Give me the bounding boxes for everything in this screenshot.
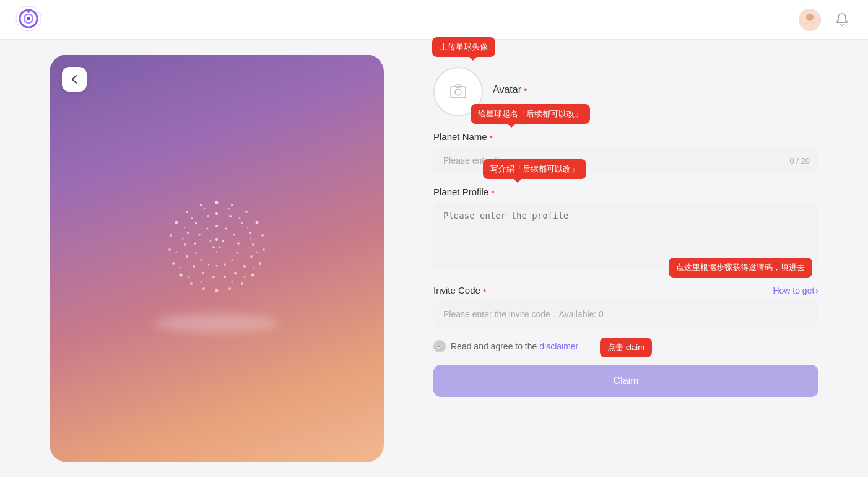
svg-point-81: [232, 281, 233, 283]
svg-point-22: [180, 274, 183, 277]
claim-button-wrapper: 点击 claim Claim: [433, 365, 818, 397]
svg-rect-84: [456, 85, 461, 87]
svg-point-51: [232, 260, 233, 261]
svg-point-10: [231, 204, 233, 206]
planet-name-char-count: 0 / 20: [789, 156, 810, 165]
tooltip-claim-button: 点击 claim: [600, 338, 652, 357]
main-content: 上传星球头像 Avatar • 给星球起名「后续都可以改」 Planet Nam: [0, 40, 868, 477]
svg-point-9: [215, 201, 219, 204]
svg-point-25: [170, 234, 172, 237]
svg-point-71: [250, 238, 252, 240]
svg-point-63: [212, 246, 215, 248]
invite-code-label: Invite Code •: [433, 285, 486, 295]
svg-point-67: [247, 227, 249, 229]
svg-point-29: [215, 212, 218, 215]
svg-point-73: [204, 208, 206, 210]
disclaimer-checkbox[interactable]: [433, 340, 446, 352]
svg-point-62: [219, 247, 221, 248]
svg-point-68: [191, 217, 193, 219]
back-button[interactable]: [62, 67, 87, 92]
svg-point-4: [27, 11, 30, 13]
svg-point-31: [241, 222, 243, 224]
logo[interactable]: [15, 5, 42, 35]
claim-button[interactable]: Claim: [433, 365, 818, 397]
svg-point-36: [234, 272, 237, 274]
svg-point-79: [244, 276, 246, 278]
svg-point-18: [228, 287, 231, 290]
svg-point-3: [27, 17, 30, 20]
svg-point-40: [193, 265, 195, 268]
svg-point-56: [196, 252, 197, 254]
svg-point-72: [228, 208, 230, 210]
planet-name-required: •: [490, 131, 493, 142]
svg-point-83: [455, 89, 461, 95]
svg-point-38: [212, 276, 215, 278]
svg-point-61: [222, 240, 224, 242]
svg-point-64: [210, 240, 212, 242]
svg-point-74: [176, 252, 178, 253]
svg-point-24: [168, 248, 171, 251]
svg-point-19: [215, 289, 219, 292]
invite-code-field: 点这里根据步骤获得邀请码，填进去 Invite Code • How to ge…: [433, 285, 818, 328]
svg-point-69: [184, 227, 186, 229]
svg-point-13: [261, 234, 264, 237]
svg-point-28: [200, 204, 202, 206]
planet-sphere: [142, 172, 291, 320]
planet-profile-label: Planet Profile •: [433, 186, 818, 197]
user-avatar[interactable]: [799, 9, 821, 31]
svg-point-48: [233, 234, 235, 236]
svg-point-47: [225, 228, 227, 230]
notification-bell[interactable]: [831, 9, 853, 31]
header: [0, 0, 868, 40]
planet-name-label: Planet Name •: [433, 131, 818, 142]
svg-point-77: [253, 267, 255, 269]
avatar-required: •: [524, 84, 527, 95]
disclaimer-link[interactable]: disclaimer: [539, 341, 578, 351]
svg-point-33: [252, 243, 254, 246]
svg-point-17: [241, 282, 243, 285]
tooltip-upload-avatar: 上传星球头像: [432, 37, 495, 57]
svg-point-6: [806, 14, 814, 21]
svg-point-34: [250, 255, 253, 258]
svg-point-60: [215, 239, 218, 241]
svg-point-32: [249, 232, 251, 234]
form-panel: 上传星球头像 Avatar • 给星球起名「后续都可以改」 Planet Nam: [433, 55, 818, 462]
avatar-label: Avatar •: [493, 67, 527, 95]
header-right: [799, 9, 853, 31]
invite-code-input[interactable]: [433, 300, 818, 328]
svg-point-80: [201, 281, 202, 283]
invite-code-header: Invite Code • How to get ›: [433, 285, 818, 295]
planet-profile-required: •: [491, 186, 494, 197]
svg-point-39: [202, 272, 204, 274]
svg-point-45: [207, 215, 209, 217]
svg-point-58: [198, 234, 201, 236]
invite-code-input-wrapper: [433, 300, 818, 328]
svg-point-30: [229, 215, 232, 217]
svg-point-42: [184, 243, 186, 246]
planet-base-shadow: [155, 314, 279, 333]
svg-point-16: [251, 274, 254, 277]
svg-point-35: [243, 265, 246, 268]
svg-rect-82: [451, 87, 466, 98]
svg-point-70: [182, 238, 184, 240]
svg-point-15: [259, 262, 261, 265]
svg-point-44: [195, 222, 197, 224]
svg-point-43: [187, 232, 189, 234]
svg-point-78: [188, 276, 190, 278]
how-to-get-link[interactable]: How to get ›: [773, 286, 818, 295]
svg-point-27: [186, 211, 188, 213]
svg-point-52: [224, 263, 226, 266]
svg-point-76: [179, 267, 181, 269]
planet-card: [50, 55, 384, 462]
invite-code-required: •: [483, 285, 486, 295]
chevron-right-icon: ›: [815, 286, 818, 295]
svg-point-75: [256, 252, 258, 253]
disclaimer-text: Read and agree to the disclaimer: [451, 341, 578, 351]
svg-point-54: [208, 264, 210, 266]
svg-point-26: [175, 221, 178, 224]
svg-point-41: [186, 255, 188, 258]
tooltip-invite-code: 点这里根据步骤获得邀请码，填进去: [669, 258, 812, 278]
svg-point-57: [194, 243, 196, 245]
svg-point-14: [263, 248, 265, 251]
svg-point-55: [200, 259, 202, 261]
